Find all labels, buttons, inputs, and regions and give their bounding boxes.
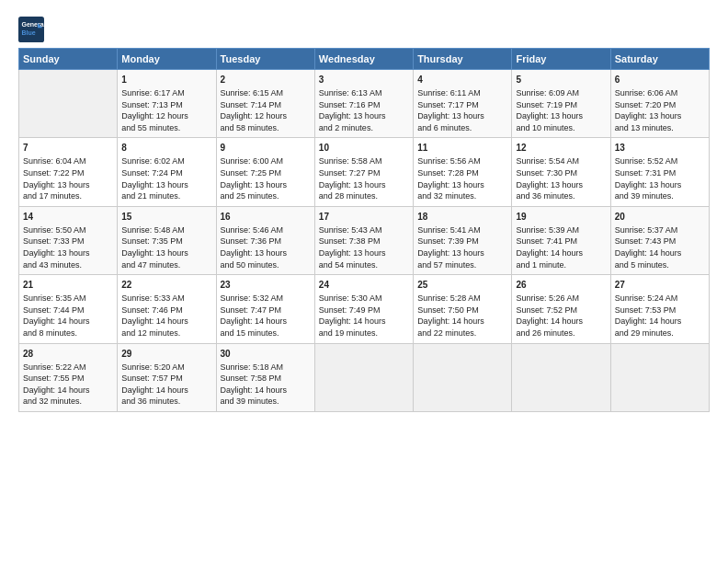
cell-info-line: and 17 minutes. xyxy=(23,190,113,202)
cell-info-line: Sunrise: 5:39 AM xyxy=(516,224,606,236)
cell-info-line: and 8 minutes. xyxy=(23,327,113,339)
cell-info-line: Sunset: 7:35 PM xyxy=(121,236,211,247)
day-number: 20 xyxy=(615,211,705,224)
cell-info-line: Sunrise: 6:15 AM xyxy=(221,87,311,99)
cell-info-line: Daylight: 13 hours xyxy=(121,179,211,191)
cell-info-line: and 43 minutes. xyxy=(23,259,113,271)
week-row-5: 28Sunrise: 5:22 AMSunset: 7:55 PMDayligh… xyxy=(19,343,710,411)
day-number: 24 xyxy=(319,279,409,292)
cell-info-line: Daylight: 13 hours xyxy=(516,110,606,122)
cell-info-line: Daylight: 13 hours xyxy=(516,179,606,191)
calendar-body: 1Sunrise: 6:17 AMSunset: 7:13 PMDaylight… xyxy=(19,70,710,412)
cell-info-line: Daylight: 14 hours xyxy=(23,316,113,327)
cell-info-line: Sunrise: 6:04 AM xyxy=(23,155,113,167)
day-number: 2 xyxy=(221,74,311,86)
calendar-cell xyxy=(610,343,709,411)
cell-info-line: Sunset: 7:52 PM xyxy=(516,304,606,316)
cell-info-line: Sunrise: 5:35 AM xyxy=(23,293,113,304)
day-number: 22 xyxy=(121,279,211,292)
day-number: 19 xyxy=(516,211,606,224)
cell-info-line: Daylight: 13 hours xyxy=(23,179,113,191)
calendar-cell: 14Sunrise: 5:50 AMSunset: 7:33 PMDayligh… xyxy=(19,206,118,274)
cell-info-line: Daylight: 14 hours xyxy=(417,316,507,327)
header-saturday: Saturday xyxy=(610,49,709,70)
calendar-cell: 21Sunrise: 5:35 AMSunset: 7:44 PMDayligh… xyxy=(19,275,118,343)
cell-info-line: Sunset: 7:30 PM xyxy=(516,167,606,179)
cell-info-line: and 47 minutes. xyxy=(121,259,211,271)
cell-info-line: and 22 minutes. xyxy=(417,327,507,339)
calendar-cell xyxy=(19,70,118,138)
cell-info-line: and 50 minutes. xyxy=(221,259,311,271)
cell-info-line: Sunset: 7:38 PM xyxy=(319,236,409,247)
day-number: 16 xyxy=(221,211,311,224)
cell-info-line: Sunset: 7:33 PM xyxy=(23,236,113,247)
cell-info-line: Daylight: 14 hours xyxy=(221,385,311,396)
calendar-cell xyxy=(512,343,610,411)
cell-info-line: and 36 minutes. xyxy=(121,396,211,408)
cell-info-line: Sunrise: 5:46 AM xyxy=(221,224,311,236)
cell-info-line: Daylight: 13 hours xyxy=(417,247,507,259)
day-number: 12 xyxy=(516,142,606,155)
calendar-cell: 22Sunrise: 5:33 AMSunset: 7:46 PMDayligh… xyxy=(118,275,216,343)
cell-info-line: and 12 minutes. xyxy=(121,327,211,339)
day-number: 11 xyxy=(417,142,507,155)
day-number: 23 xyxy=(221,279,311,292)
cell-info-line: Sunset: 7:39 PM xyxy=(417,236,507,247)
cell-info-line: Sunrise: 6:09 AM xyxy=(516,87,606,99)
cell-info-line: and 39 minutes. xyxy=(221,396,311,408)
day-number: 30 xyxy=(221,348,311,361)
cell-info-line: Daylight: 14 hours xyxy=(615,316,705,327)
cell-info-line: Sunset: 7:50 PM xyxy=(417,304,507,316)
cell-info-line: Daylight: 12 hours xyxy=(221,110,311,122)
cell-info-line: and 29 minutes. xyxy=(615,327,705,339)
cell-info-line: Sunrise: 5:41 AM xyxy=(417,224,507,236)
cell-info-line: Sunrise: 5:22 AM xyxy=(23,362,113,373)
cell-info-line: and 10 minutes. xyxy=(516,122,606,134)
calendar-cell: 1Sunrise: 6:17 AMSunset: 7:13 PMDaylight… xyxy=(118,70,216,138)
day-number: 27 xyxy=(615,279,705,292)
calendar-cell: 7Sunrise: 6:04 AMSunset: 7:22 PMDaylight… xyxy=(19,138,118,206)
cell-info-line: Daylight: 14 hours xyxy=(23,385,113,396)
cell-info-line: Daylight: 13 hours xyxy=(319,179,409,191)
calendar-cell: 12Sunrise: 5:54 AMSunset: 7:30 PMDayligh… xyxy=(512,138,610,206)
cell-info-line: Daylight: 13 hours xyxy=(221,179,311,191)
cell-info-line: Sunset: 7:27 PM xyxy=(319,167,409,179)
svg-text:Blue: Blue xyxy=(22,29,36,36)
calendar-cell: 23Sunrise: 5:32 AMSunset: 7:47 PMDayligh… xyxy=(216,275,314,343)
day-number: 13 xyxy=(615,142,705,155)
calendar-cell: 9Sunrise: 6:00 AMSunset: 7:25 PMDaylight… xyxy=(216,138,314,206)
calendar-cell xyxy=(414,343,512,411)
day-number: 9 xyxy=(221,142,311,155)
cell-info-line: Sunset: 7:36 PM xyxy=(221,236,311,247)
cell-info-line: Daylight: 13 hours xyxy=(319,247,409,259)
day-number: 29 xyxy=(121,348,211,361)
cell-info-line: and 55 minutes. xyxy=(121,122,211,134)
cell-info-line: Daylight: 13 hours xyxy=(417,110,507,122)
cell-info-line: Sunset: 7:31 PM xyxy=(615,167,705,179)
cell-info-line: Sunrise: 6:11 AM xyxy=(417,87,507,99)
day-number: 18 xyxy=(417,211,507,224)
day-number: 14 xyxy=(23,211,113,224)
cell-info-line: Sunrise: 5:26 AM xyxy=(516,293,606,304)
cell-info-line: Daylight: 13 hours xyxy=(615,179,705,191)
calendar-cell: 26Sunrise: 5:26 AMSunset: 7:52 PMDayligh… xyxy=(512,275,610,343)
day-number: 4 xyxy=(417,74,507,86)
cell-info-line: Sunset: 7:20 PM xyxy=(615,99,705,111)
calendar-cell: 5Sunrise: 6:09 AMSunset: 7:19 PMDaylight… xyxy=(512,70,610,138)
header-wednesday: Wednesday xyxy=(314,49,413,70)
cell-info-line: Sunset: 7:44 PM xyxy=(23,304,113,316)
calendar-cell: 6Sunrise: 6:06 AMSunset: 7:20 PMDaylight… xyxy=(610,70,709,138)
calendar-table: SundayMondayTuesdayWednesdayThursdayFrid… xyxy=(18,48,710,412)
calendar-cell xyxy=(314,343,413,411)
cell-info-line: Sunset: 7:49 PM xyxy=(319,304,409,316)
calendar-cell: 24Sunrise: 5:30 AMSunset: 7:49 PMDayligh… xyxy=(314,275,413,343)
cell-info-line: and 57 minutes. xyxy=(417,259,507,271)
cell-info-line: Sunrise: 5:52 AM xyxy=(615,155,705,167)
calendar-cell: 18Sunrise: 5:41 AMSunset: 7:39 PMDayligh… xyxy=(414,206,512,274)
cell-info-line: Sunrise: 5:18 AM xyxy=(221,362,311,373)
cell-info-line: Sunrise: 5:54 AM xyxy=(516,155,606,167)
calendar-cell: 29Sunrise: 5:20 AMSunset: 7:57 PMDayligh… xyxy=(118,343,216,411)
calendar-cell: 11Sunrise: 5:56 AMSunset: 7:28 PMDayligh… xyxy=(414,138,512,206)
cell-info-line: Sunset: 7:22 PM xyxy=(23,167,113,179)
calendar-cell: 10Sunrise: 5:58 AMSunset: 7:27 PMDayligh… xyxy=(314,138,413,206)
